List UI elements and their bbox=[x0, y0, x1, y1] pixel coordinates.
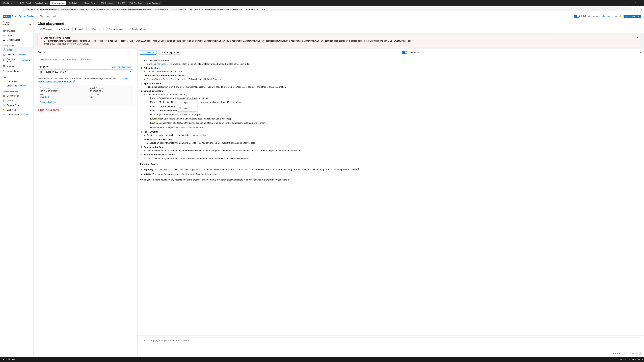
home-btn[interactable]: ⌂ bbox=[19, 8, 22, 11]
sidebar-item-assistants[interactable]: 🤖 Assistants PREVIEW bbox=[0, 52, 33, 57]
sidebar-item-images[interactable]: 🖼 Images bbox=[0, 64, 33, 68]
setup-title: Setup bbox=[38, 51, 45, 54]
context-menu-copy[interactable]: 📋 Copy bbox=[177, 100, 197, 105]
context-menu-search[interactable]: 🔍 Search bbox=[177, 106, 197, 111]
send-feedback-button[interactable]: 📨 Send feedback bbox=[127, 27, 148, 31]
import-button[interactable]: ⬇ Import ▾ bbox=[72, 27, 86, 31]
browser-tab-8[interactable]: ChatGPT bbox=[116, 1, 127, 5]
collapse-icon[interactable]: ⊙ bbox=[29, 23, 31, 26]
browser-tab-4[interactable]: Chat playgro... bbox=[50, 1, 66, 5]
sidebar-item-content-filters[interactable]: 🔧 Content filters bbox=[0, 103, 33, 107]
images-icon: 🖼 bbox=[3, 65, 5, 67]
index-field: Index: dtoindex1 bbox=[40, 93, 82, 98]
resource-label: Current resource bbox=[3, 21, 31, 23]
prompt-samples-button[interactable]: 📄 Prompt samples bbox=[103, 27, 126, 31]
browser-tab-10[interactable]: Azure OpenAI... bbox=[144, 1, 162, 5]
parivahan-link[interactable]: Parivahan Sewa bbox=[156, 63, 172, 65]
start-button[interactable]: ⊞ bbox=[1, 358, 6, 361]
back-btn[interactable]: ← bbox=[2, 8, 6, 11]
chat-capabilities-button[interactable]: ⚙ Chat capabilities bbox=[159, 50, 181, 55]
advanced-settings-link[interactable]: Advanced settings › bbox=[40, 101, 58, 103]
sidebar-item-batch-jobs[interactable]: 📋 Batch jobs PREVIEW bbox=[0, 83, 33, 88]
plus-icon: + bbox=[110, 66, 111, 68]
search-taskbar[interactable]: 🔍 Search bbox=[7, 358, 18, 361]
toggle-control[interactable] bbox=[574, 15, 580, 18]
chat-input[interactable] bbox=[140, 338, 641, 351]
index-link[interactable]: dtoindex1 bbox=[40, 96, 49, 98]
tab-system-message[interactable]: System message bbox=[38, 57, 60, 62]
top-nav-right: Switch to the old look All resources ⚙ 🔔… bbox=[574, 15, 641, 18]
user-sub: (earfus, 50) bbox=[630, 15, 640, 17]
chat-input-area: 525/128000 tokens to be sent 🎤 bbox=[138, 335, 644, 357]
deployment-chevron-icon: ▾ bbox=[130, 70, 132, 73]
minimize-btn[interactable]: ─ bbox=[629, 1, 632, 5]
export-button[interactable]: ⬆ Export ▾ bbox=[88, 27, 102, 31]
sidebar-item-vector-stores[interactable]: 🗃 Vector stores PREVIEW bbox=[0, 112, 33, 117]
browser-tab-9[interactable]: Web App dep... bbox=[128, 1, 144, 5]
browser-tab-3[interactable]: Feedback - M... bbox=[33, 1, 50, 5]
mic-icon[interactable]: 🎤 bbox=[639, 353, 641, 355]
all-resources-link[interactable]: All resources bbox=[602, 15, 613, 17]
sidebar-item-data-files[interactable]: 📁 Data files bbox=[0, 107, 33, 112]
sidebar-item-fine-tuning[interactable]: ⚡ Fine-tuning bbox=[0, 79, 33, 83]
notifications-icon[interactable]: 🔔 bbox=[619, 15, 622, 17]
browser-tab-7[interactable]: DTOChatapp... bbox=[99, 1, 115, 5]
clear-chat-button[interactable]: ↺ Clear chat bbox=[140, 50, 156, 55]
context-menu: 📋 Copy 🔍 Search bbox=[177, 99, 197, 111]
completions-label: Completions bbox=[7, 70, 19, 72]
forward-btn[interactable]: → bbox=[8, 8, 12, 11]
error-close-button[interactable]: ✕ bbox=[637, 36, 638, 39]
quota-label: Quota bbox=[7, 99, 12, 102]
settings-icon[interactable]: ⚙ bbox=[615, 15, 617, 17]
view-code-button[interactable]: </> View code bbox=[38, 27, 55, 31]
search-resource-label: Search Resource: bbox=[90, 87, 131, 89]
tools-header: Tools ∧ bbox=[0, 75, 33, 79]
browser-tab-1[interactable]: Mobility4U nc... bbox=[1, 1, 18, 5]
chat-messages: Visit the Official Website: Go to the Pa… bbox=[138, 56, 644, 335]
taskbar: ⊞ 🔍 Search 28°C Sunny ENG 11:15 bbox=[0, 357, 644, 362]
deployment-select[interactable]: gpt-4o (version:2024-05-13) ▾ bbox=[38, 69, 133, 74]
error-icon: ⊗ bbox=[40, 37, 42, 40]
refresh-btn[interactable]: ↻ bbox=[14, 8, 18, 11]
browser-tab-6[interactable]: Home | Pariv... bbox=[82, 1, 98, 5]
error-content: Web App deployment failed Deployment tem… bbox=[44, 37, 412, 45]
sidebar-item-completions[interactable]: ✏ Completions bbox=[0, 68, 33, 73]
copy-icon: 📋 bbox=[179, 101, 182, 104]
deploy-label: Deploy bbox=[61, 28, 67, 30]
user-name: dtobot bbox=[625, 15, 630, 17]
create-deployment-button[interactable]: + Create new deployment bbox=[108, 65, 133, 69]
sidebar-item-deployments[interactable]: 📦 Deployments bbox=[0, 93, 33, 98]
hide-button[interactable]: Hide bbox=[125, 51, 133, 55]
playgrounds-collapse[interactable]: ∧ bbox=[29, 44, 31, 47]
tab-parameters[interactable]: Parameters bbox=[79, 57, 95, 62]
sidebar-item-model-catalog[interactable]: ☰ Model catalog bbox=[0, 37, 33, 42]
resource-value: dtobot ⊙ bbox=[3, 23, 31, 26]
chunk-size-value: 1024 bbox=[90, 96, 131, 98]
settings-icon[interactable]: ⋯ bbox=[640, 8, 642, 11]
panels: Setup Hide System message Add your data … bbox=[34, 49, 644, 357]
data-files-icon: 📁 bbox=[3, 108, 5, 111]
browser-tab-2[interactable]: EYQ - Portal bbox=[18, 1, 33, 5]
old-look-toggle[interactable]: Switch to the old look bbox=[574, 15, 600, 18]
sidebar-item-quota[interactable]: 📊 Quota bbox=[0, 98, 33, 103]
sidebar-item-home[interactable]: ⌂ Home bbox=[0, 33, 33, 37]
search-label: Search bbox=[183, 107, 189, 110]
logo-area: Azure Azure OpenAI Studio bbox=[3, 15, 34, 18]
shared-collapse[interactable]: ∧ bbox=[29, 90, 31, 93]
tools-collapse[interactable]: ∧ bbox=[29, 76, 31, 78]
lang-label: ENG bbox=[632, 358, 636, 360]
address-input[interactable] bbox=[24, 7, 632, 11]
remove-data-source-button[interactable]: 🗑 Remove data source bbox=[38, 108, 133, 112]
show-json-toggle[interactable] bbox=[402, 51, 407, 54]
filter-icon: 🔧 bbox=[3, 104, 5, 106]
close-btn[interactable]: ✕ bbox=[639, 1, 643, 5]
maximize-btn[interactable]: □ bbox=[634, 1, 637, 5]
star-icon[interactable]: ☆ bbox=[633, 8, 635, 11]
deploy-button[interactable]: ▲ Deploy ▾ bbox=[56, 27, 71, 31]
tab-add-data[interactable]: Add your data bbox=[60, 57, 79, 62]
setup-header: Setup Hide System message Add your data … bbox=[34, 49, 137, 62]
maximize-icon[interactable]: ⤢ bbox=[640, 51, 641, 54]
sidebar-item-realtime[interactable]: 🎙 Real-time audio PREVIEW bbox=[0, 57, 33, 64]
sidebar-item-chat[interactable]: 💬 Chat bbox=[0, 47, 33, 52]
browser-tab-5[interactable]: Quickstart - ... bbox=[66, 1, 82, 5]
